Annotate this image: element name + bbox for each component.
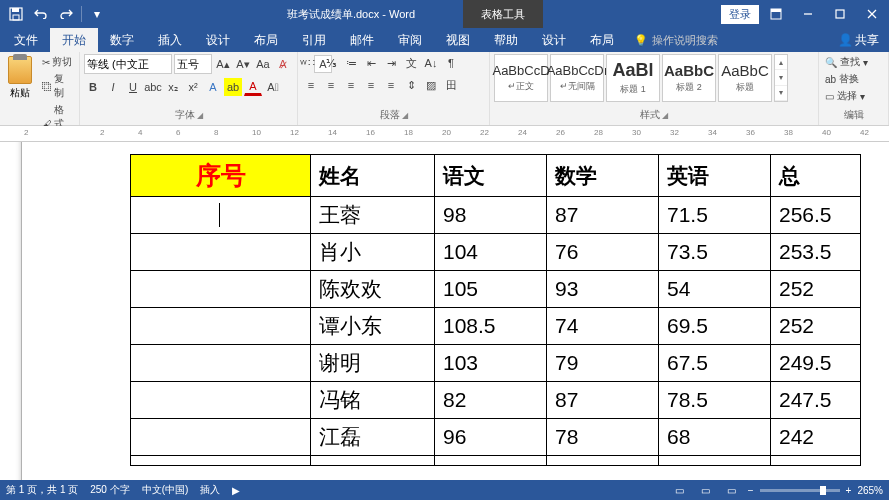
underline-icon[interactable]: U — [124, 78, 142, 96]
table-cell[interactable]: 71.5 — [659, 197, 771, 234]
bold-icon[interactable]: B — [84, 78, 102, 96]
table-cell[interactable]: 冯铭 — [311, 382, 435, 419]
header-cell[interactable]: 总 — [771, 155, 861, 197]
decrease-font-icon[interactable]: A▾ — [234, 55, 252, 73]
table-cell[interactable]: 108.5 — [435, 308, 547, 345]
table-cell[interactable]: 江磊 — [311, 419, 435, 456]
styles-launcher-icon[interactable]: ◢ — [662, 111, 668, 120]
header-cell[interactable]: 英语 — [659, 155, 771, 197]
horizontal-ruler[interactable]: 2246810121416182022242628303234363840424… — [0, 126, 889, 142]
score-table[interactable]: 序号姓名语文数学英语总王蓉988771.5256.5肖小1047673.5253… — [130, 154, 861, 466]
bullets-icon[interactable]: ∷ — [302, 54, 320, 72]
table-cell[interactable] — [131, 419, 311, 456]
word-count[interactable]: 250 个字 — [90, 483, 129, 497]
table-cell[interactable] — [131, 345, 311, 382]
zoom-slider[interactable] — [760, 489, 840, 492]
align-left-icon[interactable]: ≡ — [302, 76, 320, 94]
read-mode-icon[interactable]: ▭ — [670, 482, 690, 498]
vertical-ruler[interactable] — [0, 142, 22, 480]
table-cell[interactable]: 78 — [547, 419, 659, 456]
style-normal[interactable]: AaBbCcD↵正文 — [494, 54, 548, 102]
table-cell[interactable] — [311, 456, 435, 466]
header-index[interactable]: 序号 — [131, 155, 311, 197]
table-cell[interactable]: 103 — [435, 345, 547, 382]
sort-icon[interactable]: A↓ — [422, 54, 440, 72]
table-cell[interactable] — [435, 456, 547, 466]
tab-view[interactable]: 视图 — [434, 28, 482, 52]
multilevel-list-icon[interactable]: ≔ — [342, 54, 360, 72]
tab-insert[interactable]: 插入 — [146, 28, 194, 52]
table-cell[interactable]: 肖小 — [311, 234, 435, 271]
header-cell[interactable]: 姓名 — [311, 155, 435, 197]
tab-pocket[interactable]: 数字 — [98, 28, 146, 52]
page-indicator[interactable]: 第 1 页，共 1 页 — [6, 483, 78, 497]
table-cell[interactable]: 252 — [771, 308, 861, 345]
table-cell[interactable]: 王蓉 — [311, 197, 435, 234]
asian-layout-icon[interactable]: 文 — [402, 54, 420, 72]
table-cell[interactable] — [659, 456, 771, 466]
justify-icon[interactable]: ≡ — [362, 76, 380, 94]
table-cell[interactable]: 69.5 — [659, 308, 771, 345]
table-cell[interactable]: 93 — [547, 271, 659, 308]
tab-help[interactable]: 帮助 — [482, 28, 530, 52]
web-layout-icon[interactable]: ▭ — [722, 482, 742, 498]
style-title[interactable]: AaBbC标题 — [718, 54, 772, 102]
zoom-out-icon[interactable]: − — [748, 485, 754, 496]
zoom-level[interactable]: 265% — [857, 485, 883, 496]
distributed-icon[interactable]: ≡ — [382, 76, 400, 94]
font-size-select[interactable] — [174, 54, 212, 74]
table-cell[interactable]: 98 — [435, 197, 547, 234]
character-shading-icon[interactable]: A⃝ — [264, 78, 282, 96]
header-cell[interactable]: 数学 — [547, 155, 659, 197]
minimize-icon[interactable] — [793, 2, 823, 26]
change-case-icon[interactable]: Aa — [254, 55, 272, 73]
style-heading2[interactable]: AaBbC标题 2 — [662, 54, 716, 102]
tab-table-layout[interactable]: 布局 — [578, 28, 626, 52]
tab-layout[interactable]: 布局 — [242, 28, 290, 52]
table-cell[interactable]: 76 — [547, 234, 659, 271]
select-button[interactable]: ▭选择▾ — [823, 88, 870, 104]
italic-icon[interactable]: I — [104, 78, 122, 96]
borders-icon[interactable]: 田 — [442, 76, 460, 94]
style-no-spacing[interactable]: AaBbCcDı↵无间隔 — [550, 54, 604, 102]
table-cell[interactable]: 67.5 — [659, 345, 771, 382]
tell-me-search[interactable]: 💡 操作说明搜索 — [634, 28, 718, 52]
align-right-icon[interactable]: ≡ — [342, 76, 360, 94]
highlight-icon[interactable]: ab — [224, 78, 242, 96]
share-button[interactable]: 👤 共享 — [828, 28, 889, 52]
increase-font-icon[interactable]: A▴ — [214, 55, 232, 73]
font-name-select[interactable] — [84, 54, 172, 74]
insert-mode[interactable]: 插入 — [200, 483, 220, 497]
table-cell[interactable]: 陈欢欢 — [311, 271, 435, 308]
tab-references[interactable]: 引用 — [290, 28, 338, 52]
page[interactable]: 序号姓名语文数学英语总王蓉988771.5256.5肖小1047673.5253… — [22, 142, 889, 480]
table-cell[interactable] — [771, 456, 861, 466]
table-cell[interactable] — [547, 456, 659, 466]
redo-icon[interactable] — [54, 2, 78, 26]
macro-icon[interactable]: ▶ — [232, 485, 240, 496]
cut-button[interactable]: ✂剪切 — [40, 54, 75, 70]
tab-table-design[interactable]: 设计 — [530, 28, 578, 52]
language-indicator[interactable]: 中文(中国) — [142, 483, 189, 497]
tab-file[interactable]: 文件 — [2, 28, 50, 52]
style-heading1[interactable]: AaBl标题 1 — [606, 54, 660, 102]
table-cell[interactable]: 79 — [547, 345, 659, 382]
chevron-up-icon[interactable]: ▴ — [775, 55, 787, 70]
maximize-icon[interactable] — [825, 2, 855, 26]
customize-qat-icon[interactable]: ▾ — [85, 2, 109, 26]
close-icon[interactable] — [857, 2, 887, 26]
table-cell[interactable]: 249.5 — [771, 345, 861, 382]
table-cell[interactable] — [131, 271, 311, 308]
table-cell[interactable]: 78.5 — [659, 382, 771, 419]
table-cell[interactable]: 242 — [771, 419, 861, 456]
table-cell[interactable]: 87 — [547, 382, 659, 419]
replace-button[interactable]: ab替换 — [823, 71, 870, 87]
gallery-expand-icon[interactable]: ▾ — [775, 86, 787, 101]
font-launcher-icon[interactable]: ◢ — [197, 111, 203, 120]
table-cell[interactable]: 104 — [435, 234, 547, 271]
ribbon-display-options-icon[interactable] — [761, 2, 791, 26]
paste-button[interactable]: 粘贴 — [4, 54, 36, 102]
header-cell[interactable]: 语文 — [435, 155, 547, 197]
table-cell[interactable]: 74 — [547, 308, 659, 345]
font-color-icon[interactable]: A — [244, 78, 262, 96]
